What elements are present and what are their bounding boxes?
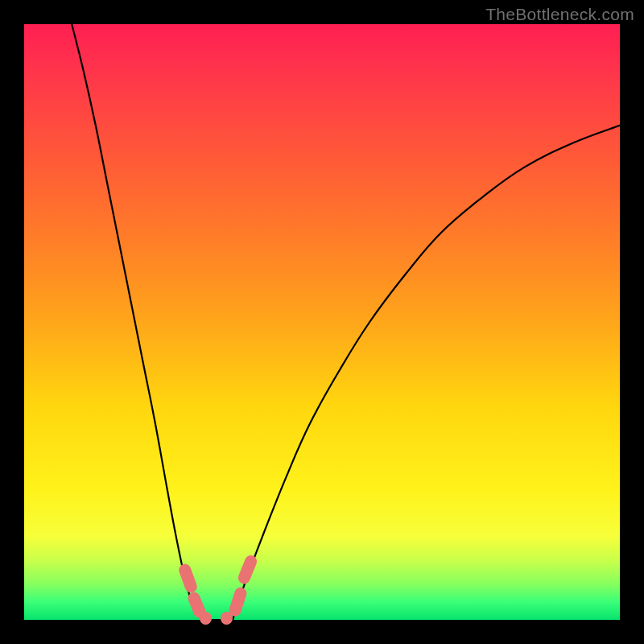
marker-floor-left xyxy=(200,612,212,625)
watermark: TheBottleneck.com xyxy=(485,5,634,24)
plot-area xyxy=(24,24,620,620)
bottleneck-curve xyxy=(24,24,620,620)
chart-frame: TheBottleneck.com xyxy=(0,0,644,644)
